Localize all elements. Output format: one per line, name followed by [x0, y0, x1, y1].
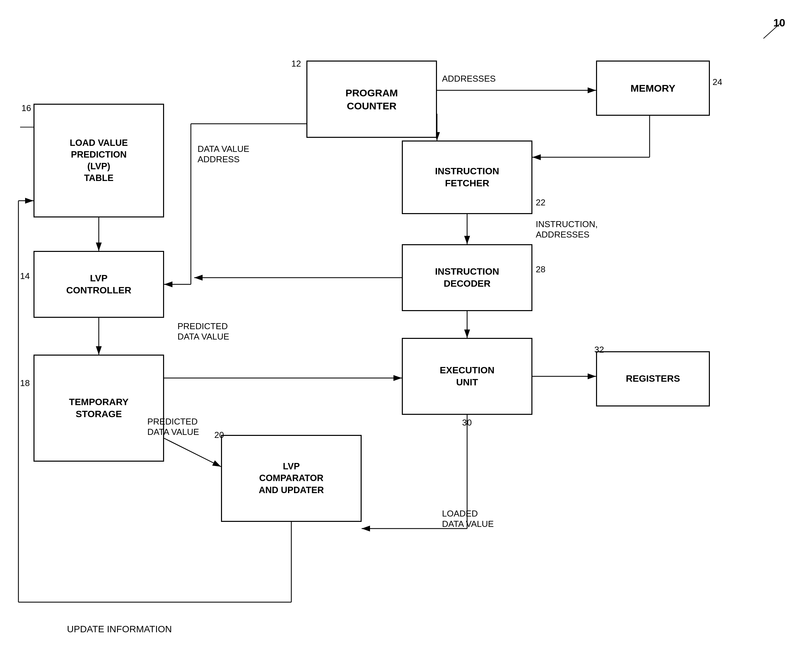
temporary-storage-label: TEMPORARYSTORAGE	[69, 396, 128, 420]
program-counter-label: PROGRAMCOUNTER	[346, 86, 398, 113]
memory-label: MEMORY	[630, 82, 675, 95]
lvp-table-label: LOAD VALUEPREDICTION(LVP)TABLE	[70, 137, 128, 184]
lvp-controller-label: LVPCONTROLLER	[66, 272, 131, 297]
instruction-fetcher-label: INSTRUCTIONFETCHER	[435, 165, 499, 190]
program-counter-box: PROGRAMCOUNTER	[307, 61, 437, 138]
execution-unit-label: EXECUTIONUNIT	[440, 364, 494, 389]
ref-22: 22	[536, 197, 545, 208]
ref-12: 12	[291, 59, 301, 69]
ref-28: 28	[536, 264, 545, 275]
predicted-data-value-label1: PREDICTEDDATA VALUE	[177, 321, 229, 342]
ref-30: 30	[462, 417, 472, 428]
lvp-comparator-box: LVPCOMPARATORAND UPDATER	[221, 435, 362, 522]
ref-16: 16	[21, 103, 31, 113]
corner-ref: 10	[773, 17, 785, 29]
instruction-decoder-label: INSTRUCTIONDECODER	[435, 266, 499, 290]
instruction-decoder-box: INSTRUCTIONDECODER	[402, 244, 533, 311]
lvp-controller-box: LVPCONTROLLER	[34, 251, 164, 318]
addresses-label: ADDRESSES	[442, 74, 496, 84]
diagram-container: 10	[0, 0, 812, 653]
predicted-data-value-label2: PREDICTEDDATA VALUE	[147, 417, 199, 437]
ref-24: 24	[713, 77, 722, 87]
svg-line-19	[164, 438, 221, 467]
update-information-label: UPDATE INFORMATION	[67, 624, 172, 635]
ref-18: 18	[20, 378, 30, 388]
ref-14: 14	[20, 271, 30, 282]
registers-box: REGISTERS	[596, 351, 710, 406]
lvp-table-box: LOAD VALUEPREDICTION(LVP)TABLE	[34, 104, 164, 218]
ref-32: 32	[594, 344, 604, 355]
instruction-addresses-label: INSTRUCTION,ADDRESSES	[536, 219, 598, 240]
execution-unit-box: EXECUTIONUNIT	[402, 338, 533, 415]
instruction-fetcher-box: INSTRUCTIONFETCHER	[402, 140, 533, 214]
data-value-address-label: DATA VALUEADDRESS	[198, 144, 249, 164]
lvp-comparator-label: LVPCOMPARATORAND UPDATER	[259, 461, 324, 496]
loaded-data-value-label: LOADEDDATA VALUE	[442, 508, 494, 529]
ref-20: 20	[214, 430, 224, 440]
memory-box: MEMORY	[596, 61, 710, 116]
temporary-storage-box: TEMPORARYSTORAGE	[34, 355, 164, 462]
registers-label: REGISTERS	[626, 373, 680, 385]
